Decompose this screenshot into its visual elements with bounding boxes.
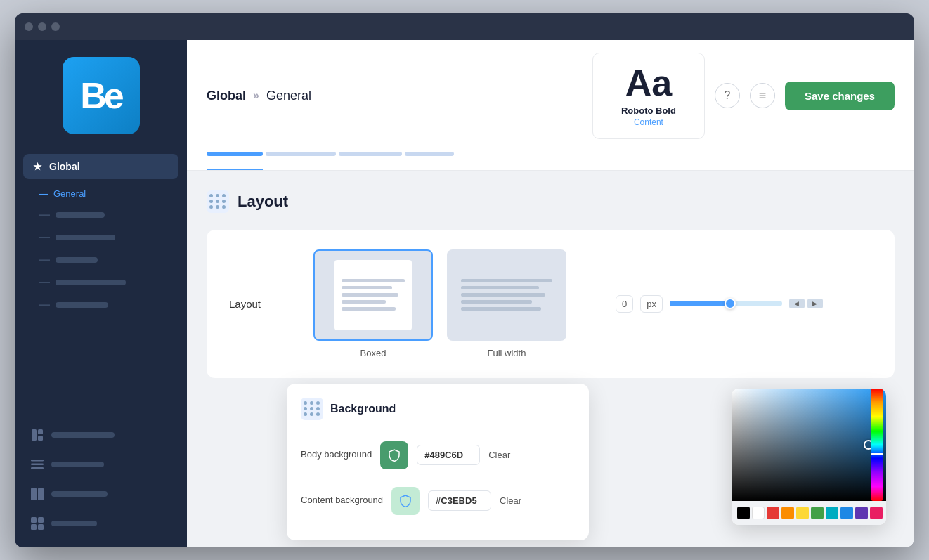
tab-0[interactable] xyxy=(207,146,263,170)
svg-rect-3 xyxy=(31,460,44,462)
svg-rect-11 xyxy=(38,524,44,530)
content-bg-clear[interactable]: Clear xyxy=(500,491,521,510)
layout-boxed-label: Boxed xyxy=(360,348,386,358)
bg-panel-icon xyxy=(301,398,323,420)
sidebar-item-global[interactable]: ★ Global xyxy=(23,154,178,179)
content-background-row: Content background #C3EBD5 Clear xyxy=(301,478,575,523)
svg-rect-7 xyxy=(38,488,44,500)
main-body: Layout Layout xyxy=(187,171,914,547)
unit-input: px xyxy=(640,295,663,313)
maximize-btn[interactable] xyxy=(51,22,60,31)
body-bg-swatch[interactable] xyxy=(380,441,408,469)
breadcrumb: Global » General xyxy=(207,89,311,103)
swatch-purple[interactable] xyxy=(855,507,868,519)
swatch-cyan[interactable] xyxy=(826,507,838,519)
svg-rect-5 xyxy=(31,467,44,469)
sidebar-nav: ★ Global — General — — xyxy=(15,148,187,322)
px-value: 0 xyxy=(622,299,627,309)
breadcrumb-root: Global xyxy=(207,89,246,103)
star-icon: ★ xyxy=(33,161,42,172)
color-picker-gradient[interactable] xyxy=(732,389,886,501)
body-bg-clear[interactable]: Clear xyxy=(488,445,510,464)
svg-rect-2 xyxy=(38,436,43,441)
section-title: Layout xyxy=(238,193,288,211)
range-fill xyxy=(670,301,732,306)
color-picker-popup xyxy=(732,389,886,525)
sidebar-icon-menu[interactable] xyxy=(23,452,178,477)
nav-placeholder xyxy=(56,280,126,285)
tab-underline xyxy=(207,169,263,170)
font-preview-display: Aa xyxy=(613,65,684,101)
rainbow-bar-container[interactable] xyxy=(871,389,883,501)
columns-icon xyxy=(30,487,44,501)
save-changes-button[interactable]: Save changes xyxy=(785,82,895,110)
content-bg-hex[interactable]: #C3EBD5 xyxy=(428,490,491,511)
breadcrumb-row: Global » General Aa Roboto Bold Content … xyxy=(207,40,895,139)
tab-bar-active xyxy=(207,152,263,156)
swatch-blue[interactable] xyxy=(840,507,853,519)
dash-icon-3: — xyxy=(39,231,50,244)
help-button[interactable]: ? xyxy=(715,83,740,108)
layout-label: Layout xyxy=(229,298,285,310)
swatch-orange[interactable] xyxy=(781,507,794,519)
slider-decrease[interactable]: ◀ xyxy=(789,299,805,308)
logo: Be xyxy=(63,57,140,134)
layout-options: Boxed xyxy=(313,249,566,358)
svg-rect-4 xyxy=(31,463,44,465)
sidebar-icon-columns[interactable] xyxy=(23,481,178,507)
layout-inner-full xyxy=(448,251,565,339)
app-window: Be ★ Global — General — xyxy=(15,13,914,547)
sidebar-icon-label xyxy=(51,491,108,497)
slider-increase[interactable]: ▶ xyxy=(807,299,823,308)
titlebar xyxy=(15,13,914,40)
sidebar-icon-grid[interactable] xyxy=(23,511,178,536)
main-header: Global » General Aa Roboto Bold Content … xyxy=(187,40,914,171)
px-input[interactable]: 0 xyxy=(616,295,633,313)
dash-icon: — xyxy=(39,188,48,199)
layout-option-boxed[interactable]: Boxed xyxy=(313,249,433,358)
sidebar-icon-label xyxy=(51,432,115,438)
window-body: Be ★ Global — General — xyxy=(15,40,914,547)
tab-1[interactable] xyxy=(266,146,336,170)
tab-bar xyxy=(405,152,454,156)
swatch-pink[interactable] xyxy=(870,507,883,519)
swatch-red[interactable] xyxy=(767,507,779,519)
tab-bar xyxy=(339,152,402,156)
font-preview-name: Roboto Bold xyxy=(613,105,684,116)
layout-thumb-fullwidth xyxy=(447,249,566,341)
header-right: Aa Roboto Bold Content ? ≡ Save changes xyxy=(592,53,895,139)
tabs-row xyxy=(207,139,895,170)
swatch-black[interactable] xyxy=(737,507,750,519)
tab-3[interactable] xyxy=(405,146,454,170)
slider-arrows: ◀ ▶ xyxy=(789,299,823,308)
minimize-btn[interactable] xyxy=(38,22,46,31)
range-thumb[interactable] xyxy=(725,298,736,309)
sidebar-global-label: Global xyxy=(49,161,80,172)
swatch-yellow[interactable] xyxy=(796,507,809,519)
tab-2[interactable] xyxy=(339,146,402,170)
notes-button[interactable]: ≡ xyxy=(750,83,775,108)
layout-thumb-boxed xyxy=(313,249,433,341)
svg-rect-8 xyxy=(31,517,37,523)
content-bg-swatch[interactable] xyxy=(391,487,420,515)
layout-fullwidth-label: Full width xyxy=(488,348,526,358)
sidebar-icon-label xyxy=(51,462,104,467)
sidebar-item-general[interactable]: — General xyxy=(33,183,169,204)
tab-bar xyxy=(266,152,336,156)
body-background-row: Body background #489C6D Clear xyxy=(301,433,575,478)
bg-panel-header: Background xyxy=(301,398,575,420)
rainbow-indicator xyxy=(871,453,883,455)
range-slider[interactable] xyxy=(670,301,782,306)
layout-option-fullwidth[interactable]: Full width xyxy=(447,249,566,358)
sidebar-icon-layout[interactable] xyxy=(23,422,178,448)
background-panel: Background Body background #489C6D xyxy=(287,384,589,540)
close-btn[interactable] xyxy=(25,22,33,31)
swatch-white[interactable] xyxy=(752,507,765,519)
layout-icon xyxy=(30,428,44,442)
section-header: Layout xyxy=(207,190,895,213)
body-bg-hex[interactable]: #489C6D xyxy=(417,445,480,465)
swatch-green[interactable] xyxy=(811,507,824,519)
svg-rect-9 xyxy=(38,517,44,523)
body-bg-hex-value: #489C6D xyxy=(424,450,463,460)
rainbow-bar xyxy=(871,389,883,501)
